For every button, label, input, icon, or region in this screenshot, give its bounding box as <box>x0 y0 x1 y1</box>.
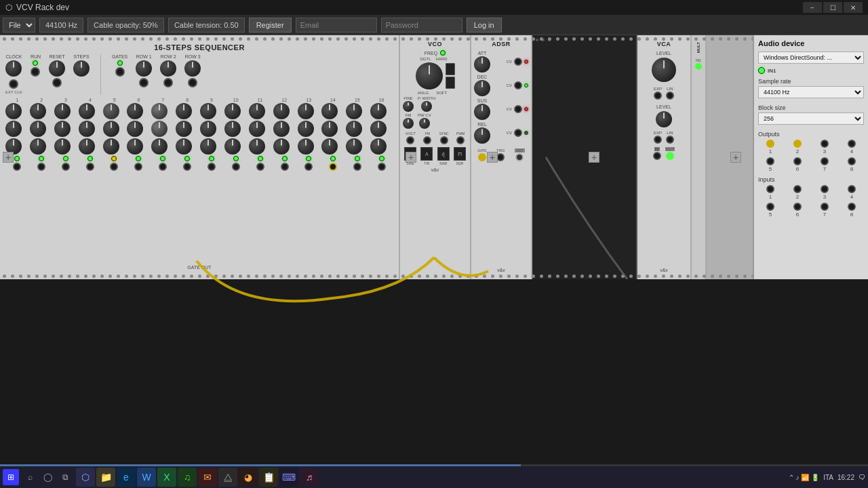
gate-jack-10[interactable] <box>232 163 240 171</box>
step-knob-r1-10[interactable] <box>224 103 241 119</box>
step-knob-r3-10[interactable] <box>224 138 241 155</box>
taskbar-app-mixer[interactable]: ♬ <box>300 468 319 487</box>
dec-cv-jack[interactable] <box>514 81 522 89</box>
gate-led-15[interactable] <box>355 156 360 161</box>
exp-jack[interactable] <box>654 92 662 100</box>
step-knob-r3-15[interactable] <box>346 138 362 155</box>
close-button[interactable]: ✕ <box>844 2 863 13</box>
step-knob-r1-11[interactable] <box>249 103 265 119</box>
taskbar-app-excel[interactable]: X <box>157 468 176 487</box>
gate-led-8[interactable] <box>184 156 190 161</box>
taskbar-app-word[interactable]: W <box>137 468 156 487</box>
step-knob-r1-16[interactable] <box>370 103 387 119</box>
taskbar-app-mail[interactable]: ✉ <box>198 468 217 487</box>
step-knob-r2-3[interactable] <box>54 121 71 137</box>
step-knob-r1-1[interactable] <box>5 103 22 119</box>
add-module-left[interactable]: + <box>3 152 14 163</box>
gate-led-10[interactable] <box>233 156 239 161</box>
gate-jack-2[interactable] <box>37 163 45 171</box>
step-knob-r2-13[interactable] <box>298 121 314 137</box>
row1-knob[interactable] <box>136 60 152 77</box>
gate-led-1[interactable] <box>14 156 20 161</box>
freq-knob[interactable] <box>416 62 443 89</box>
in-jack-7[interactable] <box>821 203 829 211</box>
step-knob-r3-4[interactable] <box>79 138 95 155</box>
sus-cv-jack[interactable] <box>514 105 522 113</box>
gate-jack-13[interactable] <box>304 163 313 171</box>
step-knob-r3-7[interactable] <box>151 138 167 155</box>
step-knob-r1-3[interactable] <box>54 103 71 119</box>
step-knob-r3-2[interactable] <box>30 138 46 155</box>
taskbar-app-vcvrack[interactable]: ⬡ <box>76 468 95 487</box>
step-knob-r3-5[interactable] <box>103 138 119 155</box>
out-jack-2[interactable] <box>793 140 802 148</box>
sample-rate-selector[interactable]: 44100 Hz <box>39 18 83 33</box>
vca-in-jack[interactable] <box>653 152 661 160</box>
gate-jack-1[interactable] <box>13 163 21 171</box>
tri-btn[interactable]: /\ <box>420 147 433 161</box>
step-knob-r1-15[interactable] <box>346 103 362 119</box>
out-jack-1[interactable] <box>766 140 774 148</box>
pwcv-knob[interactable] <box>419 118 430 129</box>
task-view-icon[interactable]: ⧉ <box>57 469 73 485</box>
taskbar-app-folder[interactable]: 📁 <box>96 468 115 487</box>
step-knob-r2-11[interactable] <box>249 121 265 137</box>
in-jack-6[interactable] <box>793 203 802 211</box>
maximize-button[interactable]: ☐ <box>823 2 842 13</box>
sqr-btn[interactable]: ⊓ <box>454 147 466 161</box>
step-knob-r1-14[interactable] <box>321 103 338 119</box>
taskbar-app-github[interactable]: ⧋ <box>218 468 237 487</box>
lin2-jack[interactable] <box>666 136 674 144</box>
step-knob-r2-2[interactable] <box>30 121 46 137</box>
out-jack-4[interactable] <box>848 140 856 148</box>
step-knob-r3-8[interactable] <box>176 138 192 155</box>
sample-rate-select[interactable]: 44100 Hz <box>758 86 864 98</box>
taskbar-app-chrome[interactable]: ◕ <box>239 468 258 487</box>
add-module-after-vco[interactable]: + <box>487 152 498 163</box>
gate-led-16[interactable] <box>379 156 384 161</box>
row3-knob[interactable] <box>184 60 201 77</box>
taskbar-app-files[interactable]: 📋 <box>259 468 278 487</box>
password-input[interactable] <box>381 18 462 33</box>
step-knob-r1-13[interactable] <box>298 103 314 119</box>
gate-jack-3[interactable] <box>62 163 70 171</box>
saw-btn[interactable]: /| <box>437 147 450 161</box>
out-jack-7[interactable] <box>821 157 829 165</box>
mult-in1[interactable] <box>695 63 702 70</box>
step-knob-r3-6[interactable] <box>127 138 143 155</box>
audio-device-select[interactable]: Windows DirectSound: ... <box>758 52 864 64</box>
lin-jack[interactable] <box>666 92 674 100</box>
search-icon[interactable]: ⌕ <box>22 469 38 485</box>
login-button[interactable]: Log in <box>467 18 502 33</box>
gate-led-5[interactable] <box>111 156 117 161</box>
rel-knob[interactable] <box>474 127 490 144</box>
out-jack-3[interactable] <box>821 140 829 148</box>
fm-knob[interactable] <box>403 118 414 129</box>
soft-btn[interactable] <box>446 77 455 89</box>
step-knob-r2-16[interactable] <box>370 121 387 137</box>
step-knob-r1-5[interactable] <box>103 103 119 119</box>
gate-jack-4[interactable] <box>86 163 94 171</box>
gate-jack-6[interactable] <box>134 163 142 171</box>
out-jack-5[interactable] <box>766 157 774 165</box>
in-jack-3[interactable] <box>821 185 829 193</box>
step-knob-r3-14[interactable] <box>321 138 338 155</box>
step-knob-r1-7[interactable] <box>151 103 167 119</box>
gate-jack-9[interactable] <box>208 163 216 171</box>
trig-jack[interactable] <box>496 153 505 161</box>
step-knob-r1-12[interactable] <box>273 103 290 119</box>
step-knob-r1-8[interactable] <box>176 103 192 119</box>
gate-led-11[interactable] <box>258 156 263 161</box>
att-cv-jack[interactable] <box>514 58 522 66</box>
out-jack-6[interactable] <box>793 157 802 165</box>
att-knob[interactable] <box>474 56 490 73</box>
block-size-select[interactable]: 256 <box>758 113 864 125</box>
gate-led-3[interactable] <box>63 156 68 161</box>
file-menu[interactable]: File <box>3 18 35 33</box>
reset-knob[interactable] <box>49 60 65 77</box>
row1-jack[interactable] <box>139 78 149 87</box>
gate-led-4[interactable] <box>87 156 93 161</box>
step-knob-r2-9[interactable] <box>200 121 216 137</box>
gate-in-jack[interactable] <box>478 153 486 161</box>
exp2-jack[interactable] <box>654 136 662 144</box>
